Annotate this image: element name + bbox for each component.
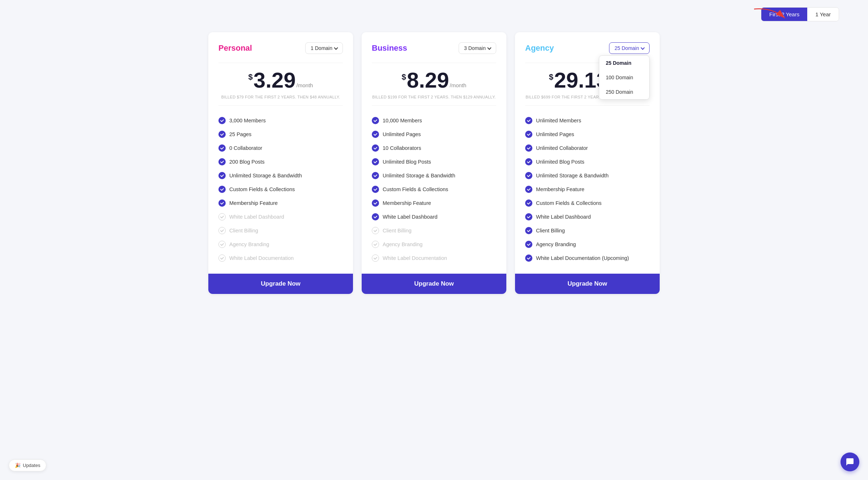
check-icon: [372, 117, 379, 124]
feature-label: Client Billing: [229, 228, 258, 233]
feature-label: Unlimited Collaborator: [536, 145, 588, 151]
list-item: Agency Branding: [218, 237, 343, 251]
check-icon: [525, 199, 532, 207]
agency-upgrade-button[interactable]: Upgrade Now: [515, 274, 660, 294]
check-icon: [218, 131, 226, 138]
feature-label: Membership Feature: [383, 200, 431, 206]
personal-currency: $: [248, 72, 253, 82]
check-icon: [525, 254, 532, 262]
check-icon-disabled: [218, 227, 226, 234]
business-features-list: 10,000 Members Unlimited Pages 10 Collab…: [372, 114, 496, 265]
agency-domain-select[interactable]: 25 Domain: [609, 42, 650, 54]
list-item: Membership Feature: [372, 196, 496, 210]
check-icon-disabled: [218, 213, 226, 220]
check-icon: [218, 117, 226, 124]
personal-price-section: $ 3.29 /month BILLED $79 FOR THE FIRST 2…: [218, 63, 343, 106]
list-item: Unlimited Storage & Bandwidth: [372, 169, 496, 182]
agency-plan-header: Agency 25 Domain 25 Domain 100 Domain 25…: [525, 42, 650, 54]
business-upgrade-button[interactable]: Upgrade Now: [362, 274, 506, 294]
dropdown-item-25[interactable]: 25 Domain: [599, 56, 649, 70]
business-domain-select[interactable]: 3 Domain: [459, 42, 496, 54]
feature-label: 0 Collaborator: [229, 145, 262, 151]
list-item: Membership Feature: [525, 182, 650, 196]
agency-features-list: Unlimited Members Unlimited Pages Unlimi…: [525, 114, 650, 265]
feature-label: Membership Feature: [536, 186, 584, 192]
check-icon: [372, 172, 379, 179]
check-icon: [525, 144, 532, 152]
feature-label: Agency Branding: [383, 241, 422, 247]
feature-label: Unlimited Pages: [383, 131, 421, 137]
business-billing-note: BILLED $199 FOR THE FIRST 2 YEARS. THEN …: [372, 94, 496, 100]
list-item: 25 Pages: [218, 127, 343, 141]
list-item: White Label Dashboard: [218, 210, 343, 224]
check-icon: [525, 186, 532, 193]
personal-domain-chevron: [334, 46, 338, 50]
list-item: 0 Collaborator: [218, 141, 343, 155]
list-item: Custom Fields & Collections: [372, 182, 496, 196]
personal-upgrade-button[interactable]: Upgrade Now: [208, 274, 353, 294]
business-domain-label: 3 Domain: [464, 45, 486, 51]
feature-label: Custom Fields & Collections: [229, 186, 295, 192]
list-item: Custom Fields & Collections: [525, 196, 650, 210]
updates-emoji: 🎉: [15, 463, 21, 468]
list-item: Unlimited Storage & Bandwidth: [525, 169, 650, 182]
check-icon: [525, 172, 532, 179]
personal-plan-card: Personal 1 Domain $ 3.29 /month BILLED $…: [208, 32, 353, 294]
list-item: Unlimited Pages: [525, 127, 650, 141]
feature-label: Unlimited Pages: [536, 131, 574, 137]
check-icon-disabled: [218, 241, 226, 248]
feature-label: White Label Documentation: [229, 255, 294, 261]
list-item: Unlimited Blog Posts: [525, 155, 650, 169]
list-item: Custom Fields & Collections: [218, 182, 343, 196]
check-icon: [525, 227, 532, 234]
feature-label: White Label Dashboard: [536, 214, 591, 220]
check-icon: [218, 186, 226, 193]
feature-label: Unlimited Blog Posts: [536, 159, 584, 165]
list-item: 10,000 Members: [372, 114, 496, 127]
business-plan-name: Business: [372, 43, 407, 53]
check-icon: [218, 172, 226, 179]
list-item: 10 Collaborators: [372, 141, 496, 155]
list-item: White Label Dashboard: [525, 210, 650, 224]
updates-badge[interactable]: 🎉 Updates: [9, 459, 46, 471]
list-item: Unlimited Members: [525, 114, 650, 127]
personal-domain-select[interactable]: 1 Domain: [305, 42, 343, 54]
list-item: Agency Branding: [372, 237, 496, 251]
personal-price-period: /month: [297, 82, 313, 88]
check-icon-disabled: [372, 254, 379, 262]
updates-label: Updates: [23, 463, 40, 468]
feature-label: Client Billing: [536, 228, 565, 233]
list-item: White Label Documentation (Upcoming): [525, 251, 650, 265]
check-icon: [372, 144, 379, 152]
check-icon: [525, 213, 532, 220]
agency-domain-label: 25 Domain: [614, 45, 639, 51]
top-bar: First 2 Years 1 Year: [7, 7, 861, 21]
agency-plan-card: Agency 25 Domain 25 Domain 100 Domain 25…: [515, 32, 660, 294]
feature-label: Agency Branding: [229, 241, 269, 247]
agency-domain-chevron: [641, 46, 644, 50]
feature-label: 10,000 Members: [383, 118, 422, 123]
agency-currency: $: [549, 72, 553, 82]
list-item: Unlimited Pages: [372, 127, 496, 141]
feature-label: Agency Branding: [536, 241, 576, 247]
chat-icon: [846, 458, 854, 466]
check-icon-disabled: [218, 254, 226, 262]
list-item: 200 Blog Posts: [218, 155, 343, 169]
check-icon: [372, 213, 379, 220]
check-icon: [218, 199, 226, 207]
check-icon: [372, 186, 379, 193]
feature-label: Unlimited Storage & Bandwidth: [536, 173, 609, 178]
personal-billing-note: BILLED $79 FOR THE FIRST 2 YEARS. THEN $…: [218, 94, 343, 100]
dropdown-item-250[interactable]: 250 Domain: [599, 85, 649, 99]
dropdown-item-100[interactable]: 100 Domain: [599, 70, 649, 85]
chat-button[interactable]: [841, 452, 859, 471]
agency-plan-name: Agency: [525, 43, 554, 53]
check-icon: [372, 131, 379, 138]
list-item: Unlimited Collaborator: [525, 141, 650, 155]
personal-plan-name: Personal: [218, 43, 252, 53]
business-price-period: /month: [450, 82, 467, 88]
personal-price-amount: 3.29: [254, 70, 296, 91]
check-icon: [218, 158, 226, 165]
agency-domain-dropdown-menu: 25 Domain 100 Domain 250 Domain: [599, 55, 650, 100]
1-year-button[interactable]: 1 Year: [807, 8, 839, 21]
